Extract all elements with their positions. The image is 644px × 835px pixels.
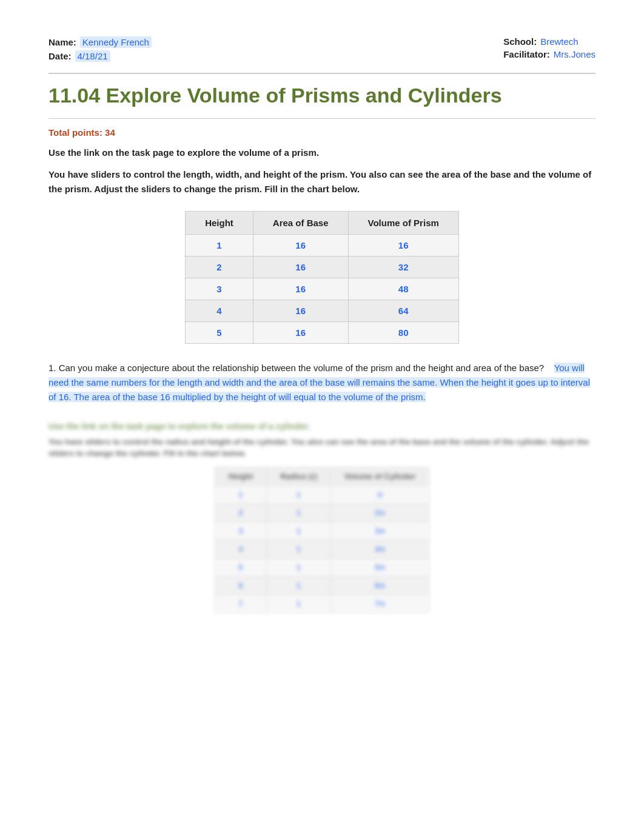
table-cell: 4 (186, 300, 253, 321)
blurred-table-cell: 6 (215, 576, 266, 594)
table-row: 51680 (186, 321, 459, 343)
blurred-table-cell: 1 (267, 485, 331, 503)
blurred-col-radius: Radius (r) (267, 467, 331, 485)
header-left: Name: Kennedy French Date: 4/18/21 (49, 36, 152, 62)
blurred-table-row: 414π (215, 540, 429, 558)
blurred-table-row: 212π (215, 503, 429, 521)
blurred-table-cell: 1 (267, 558, 331, 576)
table-row: 31648 (186, 278, 459, 300)
blurred-table-cell: 1 (267, 540, 331, 558)
blurred-table-cell: 1 (215, 485, 266, 503)
blurred-table-cell: 1 (267, 521, 331, 540)
blurred-table-cell: 7 (215, 594, 266, 612)
facilitator-label: Facilitator: (503, 49, 550, 59)
table-cell: 5 (186, 321, 253, 343)
blurred-table-cell: 1 (267, 576, 331, 594)
prism-table-wrapper: Height Area of Base Volume of Prism 1161… (49, 211, 595, 344)
blurred-table-cell: 3 (215, 521, 266, 540)
table-cell: 80 (348, 321, 458, 343)
blurred-table: Height Radius (r) Volume of Cylinder 11π… (215, 467, 430, 613)
blurred-table-row: 616π (215, 576, 429, 594)
page-title: 11.04 Explore Volume of Prisms and Cylin… (49, 84, 595, 107)
table-row: 21632 (186, 256, 459, 278)
table-cell: 3 (186, 278, 253, 300)
table-cell: 16 (253, 321, 348, 343)
blurred-table-cell: 1 (267, 594, 331, 612)
instruction1: Use the link on the task page to explore… (49, 146, 595, 160)
header-info: Name: Kennedy French Date: 4/18/21 Schoo… (49, 36, 595, 62)
date-label: Date: (49, 51, 72, 61)
table-cell: 48 (348, 278, 458, 300)
table-cell: 16 (253, 234, 348, 256)
table-cell: 64 (348, 300, 458, 321)
table-header-row: Height Area of Base Volume of Prism (186, 211, 459, 234)
blurred-table-row: 717π (215, 594, 429, 612)
blurred-table-wrapper: Height Radius (r) Volume of Cylinder 11π… (49, 467, 595, 613)
table-cell: 1 (186, 234, 253, 256)
blurred-table-cell: 6π (330, 576, 429, 594)
blurred-table-cell: 7π (330, 594, 429, 612)
question1-section: 1. Can you make a conjecture about the r… (49, 361, 595, 404)
blurred-table-body: 11π212π313π414π515π616π717π (215, 485, 429, 612)
school-field: School: Brewtech (503, 36, 595, 47)
school-label: School: (503, 36, 537, 47)
blurred-table-cell: 2 (215, 503, 266, 521)
date-value: 4/18/21 (75, 50, 110, 62)
col-header-height: Height (186, 211, 253, 234)
blurred-table-cell: 2π (330, 503, 429, 521)
total-points: Total points: 34 (49, 127, 595, 138)
blurred-table-row: 515π (215, 558, 429, 576)
blurred-content: Use the link on the task page to explore… (49, 421, 595, 613)
school-value: Brewtech (540, 36, 579, 47)
date-field: Date: 4/18/21 (49, 50, 152, 62)
table-cell: 16 (253, 300, 348, 321)
blurred-table-row: 11π (215, 485, 429, 503)
table-row: 41664 (186, 300, 459, 321)
title-divider (49, 73, 595, 74)
blurred-table-cell: 5π (330, 558, 429, 576)
table-row: 11616 (186, 234, 459, 256)
prism-table: Height Area of Base Volume of Prism 1161… (185, 211, 459, 344)
instruction2: You have sliders to control the length, … (49, 167, 595, 196)
prism-table-body: 1161621632316484166451680 (186, 234, 459, 343)
blurred-table-cell: 3π (330, 521, 429, 540)
blurred-table-cell: 1 (267, 503, 331, 521)
name-field: Name: Kennedy French (49, 36, 152, 48)
table-cell: 16 (253, 256, 348, 278)
blurred-table-cell: 4 (215, 540, 266, 558)
question1-label: 1. Can you make a conjecture about the r… (49, 363, 544, 373)
header-right: School: Brewtech Facilitator: Mrs.Jones (503, 36, 595, 62)
blurred-section: Use the link on the task page to explore… (49, 421, 595, 613)
facilitator-field: Facilitator: Mrs.Jones (503, 49, 595, 59)
blurred-col-volume: Volume of Cylinder (330, 467, 429, 485)
table-cell: 16 (348, 234, 458, 256)
blurred-table-cell: π (330, 485, 429, 503)
table-cell: 2 (186, 256, 253, 278)
name-value: Kennedy French (80, 36, 152, 48)
table-cell: 32 (348, 256, 458, 278)
blurred-instruction: You have sliders to control the radius a… (49, 436, 595, 460)
blurred-col-height: Height (215, 467, 266, 485)
section-divider (49, 118, 595, 119)
blurred-table-cell: 4π (330, 540, 429, 558)
table-cell: 16 (253, 278, 348, 300)
blurred-title: Use the link on the task page to explore… (49, 421, 595, 431)
blurred-table-row: 313π (215, 521, 429, 540)
facilitator-value: Mrs.Jones (554, 49, 595, 59)
name-label: Name: (49, 37, 76, 47)
col-header-area: Area of Base (253, 211, 348, 234)
blurred-header-row: Height Radius (r) Volume of Cylinder (215, 467, 429, 485)
blurred-table-cell: 5 (215, 558, 266, 576)
col-header-volume: Volume of Prism (348, 211, 458, 234)
